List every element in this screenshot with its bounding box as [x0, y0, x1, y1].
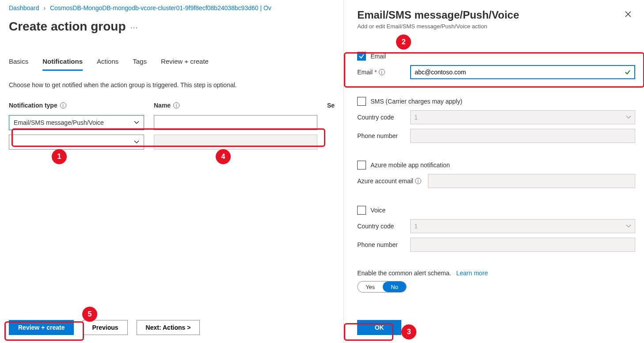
breadcrumb: Dashboard › CosmosDB-MongoDB-mongodb-vco…	[9, 4, 335, 12]
common-schema-label: Enable the common alert schema.	[357, 270, 451, 277]
chevron-down-icon	[626, 224, 631, 229]
learn-more-link[interactable]: Learn more	[456, 270, 488, 277]
tab-actions[interactable]: Actions	[97, 58, 118, 71]
tab-review[interactable]: Review + create	[161, 58, 209, 71]
callout-3: 3	[401, 324, 416, 339]
check-icon	[625, 69, 631, 75]
country-code-label: Country code	[357, 114, 394, 121]
common-schema-toggle[interactable]: Yes No	[357, 281, 407, 293]
azure-email-label: Azure account email	[357, 177, 413, 185]
voice-country-code-select: 1	[410, 219, 635, 233]
voice-phone-label: Phone number	[357, 241, 398, 248]
callout-4: 4	[216, 149, 231, 164]
notification-type-select[interactable]: Email/SMS message/Push/Voice	[9, 115, 144, 130]
chevron-down-icon	[134, 120, 139, 125]
voice-checkbox-label: Voice	[370, 207, 385, 214]
voice-phone-input	[410, 238, 635, 252]
email-checkbox[interactable]	[357, 52, 366, 61]
info-icon[interactable]: i	[60, 102, 66, 108]
close-icon[interactable]	[625, 11, 632, 18]
column-header-selected: Se	[327, 102, 335, 109]
tabs: Basics Notifications Actions Tags Review…	[9, 58, 335, 71]
breadcrumb-dashboard[interactable]: Dashboard	[9, 4, 39, 12]
azure-app-checkbox-label: Azure mobile app notification	[370, 162, 450, 169]
info-icon[interactable]: i	[415, 178, 421, 184]
email-input[interactable]	[415, 66, 621, 78]
chevron-down-icon	[134, 139, 139, 145]
select-value: 1	[414, 114, 418, 121]
azure-email-input	[428, 174, 635, 188]
tab-notifications[interactable]: Notifications	[42, 58, 83, 71]
ok-button[interactable]: OK	[357, 320, 401, 335]
page-title: Create action group	[9, 19, 126, 34]
azure-app-checkbox[interactable]	[357, 161, 366, 170]
more-icon[interactable]: ···	[130, 23, 138, 32]
select-value: 1	[414, 223, 418, 230]
required-icon: *	[374, 69, 377, 76]
callout-1: 1	[52, 149, 67, 164]
notification-type-select-empty[interactable]	[9, 135, 144, 150]
review-create-button[interactable]: Review + create	[9, 320, 74, 335]
email-field-label: Email	[357, 69, 373, 76]
email-field[interactable]	[410, 65, 635, 79]
toggle-no[interactable]: No	[383, 281, 406, 292]
callout-2: 2	[396, 35, 411, 50]
help-text: Choose how to get notified when the acti…	[9, 81, 335, 89]
next-actions-button[interactable]: Next: Actions >	[137, 320, 200, 335]
sms-phone-input	[410, 129, 635, 143]
breadcrumb-resource[interactable]: CosmosDB-MongoDB-mongodb-vcore-cluster01…	[50, 4, 271, 12]
callout-5: 5	[82, 307, 97, 322]
sms-country-code-select: 1	[410, 110, 635, 124]
chevron-right-icon: ›	[43, 4, 46, 12]
notification-name-input-disabled	[154, 135, 317, 150]
email-checkbox-label: Email	[370, 53, 386, 60]
sms-checkbox[interactable]	[357, 97, 366, 106]
phone-number-label: Phone number	[357, 132, 398, 139]
voice-country-code-label: Country code	[357, 223, 394, 230]
check-icon	[358, 53, 365, 59]
voice-checkbox[interactable]	[357, 206, 366, 215]
panel-title: Email/SMS message/Push/Voice	[357, 9, 635, 21]
toggle-yes[interactable]: Yes	[358, 281, 383, 292]
info-icon[interactable]: i	[379, 69, 385, 75]
info-icon[interactable]: i	[173, 102, 179, 108]
tab-tags[interactable]: Tags	[133, 58, 147, 71]
column-header-name: Name	[154, 102, 171, 109]
chevron-down-icon	[626, 115, 631, 120]
select-value: Email/SMS message/Push/Voice	[14, 119, 104, 126]
previous-button[interactable]: Previous	[83, 320, 127, 335]
notification-name-input[interactable]	[154, 115, 317, 130]
sms-checkbox-label: SMS (Carrier charges may apply)	[370, 98, 462, 105]
panel-subtitle: Add or edit Email/SMS message/Push/Voice…	[357, 23, 635, 30]
tab-basics[interactable]: Basics	[9, 58, 28, 71]
column-header-type: Notification type	[9, 102, 57, 109]
